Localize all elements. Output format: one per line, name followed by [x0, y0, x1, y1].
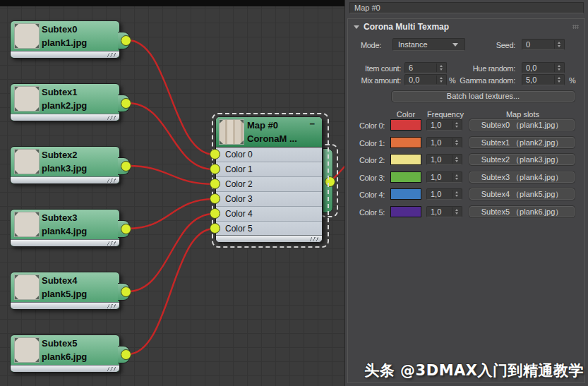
output-socket[interactable] [121, 349, 131, 360]
batch-load-button[interactable]: Batch load textures... [392, 91, 575, 102]
input-socket[interactable] [210, 179, 220, 189]
map-input-row[interactable]: Color 3 [216, 192, 322, 207]
color-swatch[interactable] [390, 206, 421, 217]
mix-amount-field[interactable]: 0,0 [404, 74, 447, 85]
mix-amount-spinner[interactable] [436, 76, 445, 84]
node-footer [11, 239, 119, 246]
map-slot-button[interactable]: Subtex2 （plank3.jpg） [469, 154, 575, 165]
frequency-spinner[interactable] [452, 207, 461, 216]
map-input-row[interactable]: Color 1 [216, 162, 322, 177]
thumb-corner-icon [15, 44, 18, 48]
frequency-field[interactable]: 1,0 [426, 119, 462, 131]
thumb-corner-icon [35, 107, 39, 111]
node-footer [11, 51, 119, 58]
node-filename: plank4.jpg [42, 226, 87, 236]
frequency-spinner[interactable] [452, 173, 461, 181]
resize-grip-icon[interactable] [107, 304, 116, 308]
input-socket[interactable] [210, 149, 220, 159]
map-name-field[interactable]: Map #0 [349, 2, 584, 13]
texture-thumbnail[interactable] [14, 23, 40, 49]
node-editor-canvas[interactable]: Subtex0 plank1.jpg Subte [0, 0, 345, 386]
texture-node[interactable]: Subtex4 plank5.jpg [10, 272, 120, 310]
texture-node[interactable]: Subtex5 plank6.jpg [10, 334, 120, 373]
output-socket[interactable] [121, 224, 131, 234]
thumb-corner-icon [15, 87, 18, 90]
frequency-field[interactable]: 1,0 [426, 188, 462, 200]
output-socket[interactable] [121, 287, 131, 297]
map-node[interactable]: Map #0 CoronaM ... − Color 0 Color [215, 116, 323, 243]
input-socket[interactable] [210, 223, 220, 234]
map-node-header[interactable]: Map #0 CoronaM ... − [216, 117, 322, 147]
frequency-spinner[interactable] [452, 138, 461, 147]
map-node-type: CoronaM ... [247, 133, 297, 144]
seed-spinner[interactable] [554, 40, 563, 49]
thumb-corner-icon [15, 296, 18, 299]
rollout-grip-icon [572, 25, 579, 29]
item-count-value: 6 [409, 64, 413, 72]
texture-thumbnail[interactable] [14, 275, 40, 300]
map-slot-button[interactable]: Subtex1 （plank2.jpg） [469, 137, 575, 148]
color-row-label: Color 2: [359, 156, 385, 164]
item-count-field[interactable]: 6 [404, 62, 447, 73]
frequency-field[interactable]: 1,0 [426, 154, 462, 165]
output-socket[interactable] [121, 35, 131, 46]
frequency-field[interactable]: 1,0 [426, 171, 462, 183]
resize-grip-icon[interactable] [309, 237, 319, 241]
resize-grip-icon[interactable] [107, 241, 116, 246]
color-swatch[interactable] [390, 119, 421, 131]
frequency-spinner[interactable] [452, 190, 461, 198]
texture-thumbnail[interactable] [14, 212, 40, 237]
input-label: Color 2 [225, 179, 253, 189]
map-input-row[interactable]: Color 4 [216, 207, 322, 222]
input-socket[interactable] [210, 193, 220, 204]
texture-thumbnail[interactable] [14, 86, 40, 111]
map-input-row[interactable]: Color 5 [216, 222, 322, 236]
texture-node[interactable]: Subtex2 plank3.jpg [10, 146, 120, 184]
thumb-corner-icon [35, 24, 39, 28]
resize-grip-icon[interactable] [107, 53, 116, 57]
input-socket[interactable] [210, 164, 220, 174]
map-input-row[interactable]: Color 2 [216, 177, 322, 192]
map-slot-button[interactable]: Subtex4 （plank5.jpg） [469, 188, 575, 200]
frequency-spinner[interactable] [452, 155, 461, 164]
rollout-collapse-icon[interactable] [354, 25, 359, 29]
frequency-field[interactable]: 1,0 [426, 137, 462, 148]
mode-dropdown[interactable]: Instance [392, 38, 465, 51]
resize-grip-icon[interactable] [107, 367, 116, 371]
output-socket[interactable] [121, 98, 131, 109]
minimize-icon[interactable]: − [309, 119, 315, 129]
resize-grip-icon[interactable] [107, 116, 116, 120]
hue-random-spinner[interactable] [554, 64, 563, 72]
texture-thumbnail[interactable] [14, 337, 40, 363]
color-swatch[interactable] [390, 137, 421, 148]
map-slot-button[interactable]: Subtex3 （plank4.jpg） [469, 171, 575, 183]
item-count-spinner[interactable] [436, 64, 445, 72]
color-swatch[interactable] [390, 188, 421, 200]
thumb-corner-icon [15, 24, 18, 28]
frequency-spinner[interactable] [452, 121, 461, 129]
map-slot-button[interactable]: Subtex0 （plank1.jpg） [469, 119, 575, 131]
frequency-field[interactable]: 1,0 [426, 206, 462, 217]
map-input-row[interactable]: Color 0 [216, 147, 322, 162]
rollout-header[interactable]: Corona Multi Texmap [348, 19, 584, 33]
hue-random-label: Hue random: [473, 64, 515, 73]
map-slot-button[interactable]: Subtex5 （plank6.jpg） [469, 206, 575, 217]
watermark: 头条 @3DMAX入门到精通教学 [364, 361, 584, 380]
color-swatch[interactable] [390, 171, 421, 183]
seed-field[interactable]: 0 [522, 39, 565, 50]
color-row-label: Color 0: [359, 121, 385, 130]
gamma-random-field[interactable]: 5,0 [522, 74, 565, 85]
gamma-random-unit: % [569, 76, 576, 85]
texture-thumbnail[interactable] [14, 149, 40, 174]
texture-node[interactable]: Subtex3 plank4.jpg [10, 209, 120, 247]
texture-node[interactable]: Subtex1 plank2.jpg [10, 83, 120, 121]
input-socket[interactable] [210, 208, 220, 219]
resize-grip-icon[interactable] [107, 179, 116, 183]
gamma-random-spinner[interactable] [554, 76, 563, 84]
texture-node[interactable]: Subtex0 plank1.jpg [10, 20, 120, 59]
map-thumbnail[interactable] [219, 119, 244, 145]
output-socket[interactable] [121, 161, 131, 171]
input-label: Color 0 [225, 150, 253, 159]
color-swatch[interactable] [390, 154, 421, 165]
hue-random-field[interactable]: 0,0 [522, 62, 565, 73]
